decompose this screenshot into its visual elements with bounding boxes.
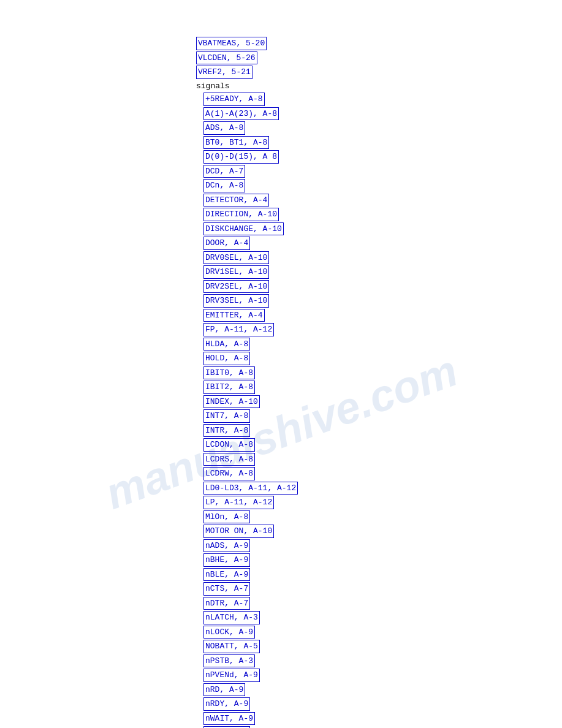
entry-a1-a23[interactable]: A(1)-A(23), A-8: [203, 107, 279, 121]
entry-int7[interactable]: INT7, A-8: [203, 409, 250, 423]
content-area: VBATMEAS, 5-20 VLCDEN, 5-26 VREF2, 5-21 …: [0, 37, 562, 728]
entry-hlda[interactable]: HLDA, A-8: [203, 338, 250, 351]
entry-row: LCDRS, A-8: [203, 453, 562, 467]
entry-direction[interactable]: DIRECTION, A-10: [203, 208, 279, 221]
entry-detector[interactable]: DETECTOR, A-4: [203, 194, 269, 207]
entry-row: HLDA, A-8: [203, 338, 562, 352]
entry-drv0sel[interactable]: DRV0SEL, A-10: [203, 251, 269, 265]
entry-row: LD0-LD3, A-11, A-12: [203, 482, 562, 496]
page: manualshive.com VBATMEAS, 5-20 VLCDEN, 5…: [0, 0, 562, 728]
entry-row: HOLD, A-8: [203, 352, 562, 366]
entry-hold[interactable]: HOLD, A-8: [203, 352, 250, 365]
entry-ld0-ld3[interactable]: LD0-LD3, A-11, A-12: [203, 482, 298, 495]
entry-nble[interactable]: nBLE, A-9: [203, 568, 250, 582]
entry-row: nPVENd, A-9: [203, 669, 562, 683]
entry-nlock[interactable]: nLOCK, A-9: [203, 626, 255, 639]
entry-row: DCD, A-7: [203, 165, 562, 179]
entry-ads[interactable]: ADS, A-8: [203, 121, 245, 135]
entry-door[interactable]: DOOR, A-4: [203, 237, 250, 250]
entry-5ready[interactable]: +5READY, A-8: [203, 93, 265, 106]
entry-row: VBATMEAS, 5-20: [196, 37, 562, 51]
entry-npstb[interactable]: nPSTB, A-3: [203, 654, 255, 668]
entry-row: VREF2, 5-21: [196, 66, 562, 80]
entry-vlcden[interactable]: VLCDEN, 5-26: [196, 51, 257, 65]
entry-row: DRV1SEL, A-10: [203, 265, 562, 279]
entry-row: EMITTER, A-4: [203, 309, 562, 323]
entry-row: INT7, A-8: [203, 409, 562, 423]
entry-row: D(0)-D(15), A 8: [203, 150, 562, 164]
entry-row: NOBATT, A-5: [203, 640, 562, 654]
entry-dcd[interactable]: DCD, A-7: [203, 165, 245, 178]
entry-lcdon[interactable]: LCDON, A-8: [203, 438, 255, 452]
entry-row: DETECTOR, A-4: [203, 194, 562, 208]
entry-drv1sel[interactable]: DRV1SEL, A-10: [203, 265, 269, 279]
entry-row: nADS, A-9: [203, 539, 562, 553]
entry-row: A(1)-A(23), A-8: [203, 107, 562, 121]
entry-row: DRV0SEL, A-10: [203, 251, 562, 265]
entry-row: DISKCHANGE, A-10: [203, 222, 562, 237]
entry-row: nWAIT, A-9: [203, 712, 562, 726]
entry-dcn[interactable]: DCn, A-8: [203, 179, 245, 192]
entry-row: MOTOR ON, A-10: [203, 525, 562, 539]
entry-row: nBLE, A-9: [203, 568, 562, 582]
entry-row: LP, A-11, A-12: [203, 496, 562, 510]
entry-bt0-bt1[interactable]: BT0, BT1, A-8: [203, 136, 269, 150]
entry-row: IBIT0, A-8: [203, 366, 562, 381]
entry-lp[interactable]: LP, A-11, A-12: [203, 496, 274, 509]
entry-row: INTR, A-8: [203, 424, 562, 438]
entry-row: INDEX, A-10: [203, 395, 562, 409]
entry-row: ADS, A-8: [203, 121, 562, 135]
entry-npvend[interactable]: nPVENd, A-9: [203, 669, 260, 682]
entry-emitter[interactable]: EMITTER, A-4: [203, 309, 265, 322]
entry-row: nDTR, A-7: [203, 597, 562, 611]
entry-mlon[interactable]: MlOn, A-8: [203, 510, 250, 524]
entry-vref2[interactable]: VREF2, 5-21: [196, 66, 253, 79]
entry-drv3sel[interactable]: DRV3SEL, A-10: [203, 294, 269, 308]
entry-lcdrs[interactable]: LCDRS, A-8: [203, 453, 255, 466]
entry-ncts[interactable]: nCTS, A-7: [203, 582, 250, 596]
entry-d0-d15[interactable]: D(0)-D(15), A 8: [203, 150, 279, 164]
signal-entries: +5READY, A-8 A(1)-A(23), A-8 ADS, A-8 BT…: [196, 93, 562, 728]
entry-row: DRV3SEL, A-10: [203, 294, 562, 308]
entry-row: BT0, BT1, A-8: [203, 136, 562, 150]
entry-nobatt[interactable]: NOBATT, A-5: [203, 640, 260, 653]
entry-row: nRD, A-9: [203, 683, 562, 697]
entry-row: nBHE, A-9: [203, 553, 562, 567]
entry-row: DOOR, A-4: [203, 237, 562, 251]
entry-index[interactable]: INDEX, A-10: [203, 395, 260, 409]
entry-row: nRDY, A-9: [203, 697, 562, 711]
entry-nwait[interactable]: nWAIT, A-9: [203, 712, 255, 726]
entry-row: DCn, A-8: [203, 179, 562, 193]
entry-ibit2[interactable]: IBIT2, A-8: [203, 381, 255, 394]
entry-row: nPSTB, A-3: [203, 654, 562, 669]
entry-nrd[interactable]: nRD, A-9: [203, 683, 245, 697]
entry-fp[interactable]: FP, A-11, A-12: [203, 323, 274, 336]
header-entries: VBATMEAS, 5-20 VLCDEN, 5-26 VREF2, 5-21: [196, 37, 562, 80]
entry-ndtr[interactable]: nDTR, A-7: [203, 597, 250, 610]
entry-nrdy[interactable]: nRDY, A-9: [203, 697, 250, 711]
entry-row: +5READY, A-8: [203, 93, 562, 107]
entry-nbhe[interactable]: nBHE, A-9: [203, 553, 250, 567]
entry-diskchange[interactable]: DISKCHANGE, A-10: [203, 222, 284, 236]
entry-nads[interactable]: nADS, A-9: [203, 539, 250, 553]
entry-drv2sel[interactable]: DRV2SEL, A-10: [203, 280, 269, 294]
entry-motor-on[interactable]: MOTOR ON, A-10: [203, 525, 274, 538]
entry-row: VLCDEN, 5-26: [196, 51, 562, 66]
section-label-row: signals: [196, 80, 562, 93]
entry-row: nCTS, A-7: [203, 582, 562, 596]
section-signals-label: signals: [196, 80, 562, 93]
entry-row: IBIT2, A-8: [203, 381, 562, 395]
entry-nlatch[interactable]: nLATCH, A-3: [203, 611, 260, 624]
entry-row: DRV2SEL, A-10: [203, 280, 562, 294]
entry-row: FP, A-11, A-12: [203, 323, 562, 337]
entry-row: MlOn, A-8: [203, 510, 562, 525]
entry-row: LCDON, A-8: [203, 438, 562, 452]
entry-lcdrw[interactable]: LCDRW, A-8: [203, 467, 255, 480]
entry-row: LCDRW, A-8: [203, 467, 562, 481]
entry-intr[interactable]: INTR, A-8: [203, 424, 250, 438]
entry-ibit0[interactable]: IBIT0, A-8: [203, 366, 255, 380]
entry-row: nLATCH, A-3: [203, 611, 562, 625]
entry-vbatmeas[interactable]: VBATMEAS, 5-20: [196, 37, 267, 50]
entry-row: nLOCK, A-9: [203, 626, 562, 640]
entry-row: DIRECTION, A-10: [203, 208, 562, 222]
